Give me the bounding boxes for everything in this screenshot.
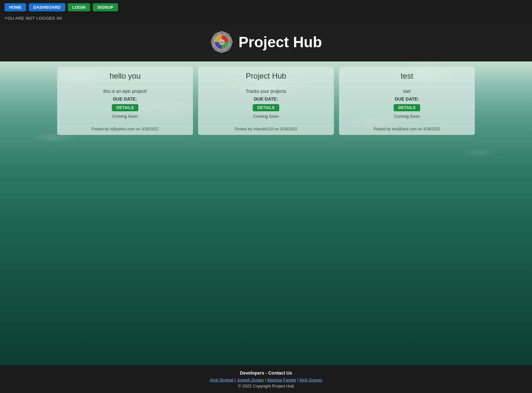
- card-coming-soon: Coming Soon: [394, 114, 420, 119]
- card-footer: Posted by test@test.com on 3/28/2022: [339, 123, 474, 135]
- card-due-label: DUE DATE:: [395, 96, 419, 102]
- logo-icon: PH: [210, 30, 233, 54]
- svg-rect-4: [230, 41, 233, 43]
- card-coming-soon: Coming Soon: [112, 114, 138, 119]
- card-due-label: DUE DATE:: [113, 96, 137, 102]
- project-card: hello you this is an epic project! DUE D…: [57, 67, 193, 135]
- svg-rect-1: [220, 31, 223, 34]
- card-due-label: DUE DATE:: [254, 96, 278, 102]
- card-title: test: [345, 71, 469, 81]
- ocean-section: hello you this is an epic project! DUE D…: [0, 61, 532, 365]
- home-button[interactable]: HOME: [5, 3, 26, 11]
- site-title: Project Hub: [239, 33, 322, 51]
- signup-button[interactable]: SIGNUP: [93, 3, 118, 11]
- footer-link-marissa[interactable]: Marissa Fandel: [267, 377, 296, 382]
- card-title: Project Hub: [204, 71, 328, 81]
- footer-link-amit[interactable]: Amit Singhal: [210, 377, 233, 382]
- footer-dev-title: Developers - Contact Us: [0, 370, 532, 376]
- card-description: Tracks your projects: [246, 89, 286, 94]
- details-button[interactable]: DETAILS: [394, 104, 420, 111]
- card-footer: Posted by mfandel118 on 3/28/2022: [198, 123, 334, 135]
- project-card: Project Hub Tracks your projects DUE DAT…: [198, 67, 334, 135]
- svg-rect-2: [220, 50, 223, 53]
- card-coming-soon: Coming Soon: [253, 114, 279, 119]
- card-description: this is an epic project!: [103, 89, 147, 94]
- svg-rect-3: [211, 41, 214, 43]
- details-button[interactable]: DETAILS: [253, 104, 279, 111]
- dashboard-button[interactable]: DASHBOARD: [29, 3, 65, 11]
- footer-link-nick[interactable]: Nick Graves: [299, 377, 322, 382]
- navbar: HOME DASHBOARD LOGIN SIGNUP: [0, 0, 532, 15]
- card-header: hello you: [58, 67, 193, 84]
- footer-separator: |: [265, 377, 267, 382]
- card-header: test: [339, 67, 474, 84]
- card-body: Tracks your projects DUE DATE: DETAILS C…: [198, 84, 334, 123]
- site-header: PH Project Hub: [0, 24, 532, 61]
- footer-links: Amit Singhal | Joseph Dugan | Marissa Fa…: [0, 377, 532, 382]
- details-button[interactable]: DETAILS: [112, 104, 138, 111]
- site-footer: Developers - Contact Us Amit Singhal | J…: [0, 365, 532, 393]
- card-description: tset: [403, 89, 411, 94]
- footer-link-joseph[interactable]: Joseph Dugan: [237, 377, 264, 382]
- svg-text:PH: PH: [220, 41, 223, 44]
- card-body: tset DUE DATE: DETAILS Coming Soon: [339, 84, 474, 123]
- project-card: test tset DUE DATE: DETAILS Coming Soon …: [339, 67, 475, 135]
- card-footer: Posted by n@yahoo.com on 3/28/2022: [58, 123, 193, 135]
- card-header: Project Hub: [198, 67, 334, 84]
- card-title: hello you: [63, 71, 187, 81]
- not-logged-in-message: YOU ARE NOT LOGGED IN!: [0, 15, 532, 24]
- footer-copyright: © 2022 Copyright Project Hub: [0, 384, 532, 388]
- cards-row: hello you this is an epic project! DUE D…: [5, 67, 527, 135]
- card-body: this is an epic project! DUE DATE: DETAI…: [58, 84, 193, 123]
- login-button[interactable]: LOGIN: [68, 3, 90, 11]
